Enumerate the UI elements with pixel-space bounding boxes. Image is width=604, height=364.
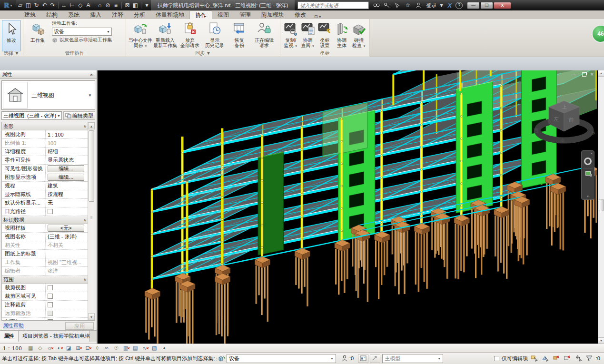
coordinate-settings-button[interactable]: 坐标设置: [317, 20, 334, 49]
visual-style-icon[interactable]: ◇: [36, 344, 44, 352]
property-value[interactable]: [46, 250, 88, 258]
viewcube-front-label[interactable]: 前: [568, 117, 574, 123]
sign-in-dropdown-icon[interactable]: ▾: [440, 0, 443, 10]
ribbon-tab-管理[interactable]: 管理: [234, 10, 256, 19]
select-by-face-toggle-icon[interactable]: [563, 354, 572, 362]
property-value[interactable]: 无: [46, 199, 88, 207]
property-value[interactable]: 不相关: [46, 241, 88, 249]
property-value[interactable]: 建筑: [46, 182, 88, 190]
property-value[interactable]: 视图 "三维视...: [46, 258, 88, 266]
property-value[interactable]: {三维 - 张洋}: [46, 233, 88, 241]
gray-inactive-worksets-toggle[interactable]: 以灰色显示非活动工作集: [52, 37, 112, 43]
ribbon-tab-插入[interactable]: 插入: [85, 10, 107, 19]
temporary-hide-isolate-icon[interactable]: ∞: [103, 344, 111, 352]
drag-elements-toggle-icon[interactable]: [574, 354, 583, 362]
selection-filter-icon[interactable]: [585, 354, 594, 362]
shadows-icon[interactable]: ◐: [55, 344, 63, 352]
property-checkbox[interactable]: [48, 294, 53, 299]
modify-button[interactable]: 修改: [2, 20, 21, 51]
switch-windows-icon[interactable]: ◧: [131, 0, 139, 10]
property-edit-button[interactable]: 编辑...: [48, 165, 84, 172]
restore-button[interactable]: ❏: [480, 2, 493, 9]
scroll-up-icon[interactable]: ▲: [598, 70, 604, 77]
properties-palette-header[interactable]: 属性 ×: [0, 70, 97, 79]
reveal-hidden-elements-icon[interactable]: ☉: [112, 344, 120, 352]
ribbon-tab-建筑[interactable]: 建筑: [19, 10, 41, 19]
crop-region-visibility-icon[interactable]: ⊡: [84, 344, 92, 352]
property-checkbox[interactable]: [48, 302, 53, 307]
copy-monitor-button[interactable]: 复制/监视 ▼: [282, 20, 299, 49]
minimize-button[interactable]: —: [467, 2, 480, 9]
ribbon-tab-系统[interactable]: 系统: [63, 10, 85, 19]
displacement-sets-icon[interactable]: ▧: [150, 344, 158, 352]
property-value[interactable]: 100: [46, 139, 88, 147]
property-value[interactable]: 张洋: [46, 267, 88, 275]
viewcube-west-label[interactable]: 西: [534, 128, 538, 133]
navigation-bar[interactable]: × ▾: [581, 150, 594, 200]
temporary-view-properties-icon[interactable]: ▤: [131, 344, 139, 352]
show-history-button[interactable]: 显示历史记录: [202, 20, 227, 49]
scrollbar-thumb[interactable]: [89, 130, 94, 202]
user-icon[interactable]: [415, 2, 422, 9]
ribbon-tab-注释[interactable]: 注释: [107, 10, 129, 19]
scrollbar-grip[interactable]: ≡: [89, 215, 94, 220]
ribbon-tab-分析[interactable]: 分析: [129, 10, 150, 19]
property-section-标识数据[interactable]: 标识数据∧: [2, 216, 88, 224]
viewcube-top-label[interactable]: 上: [562, 104, 567, 109]
interference-check-button[interactable]: 碰撞检查 ▼: [350, 20, 367, 49]
unlocked-3d-view-icon[interactable]: ◊: [93, 344, 101, 352]
editing-requests-icon[interactable]: [340, 354, 349, 363]
coordination-review-button[interactable]: 协调查阅 ▼: [299, 20, 317, 49]
viewcube-left-label[interactable]: 左: [554, 116, 559, 122]
select-links-toggle-icon[interactable]: [530, 354, 539, 362]
thin-lines-icon[interactable]: ≡: [112, 0, 120, 10]
subscription-key-icon[interactable]: [383, 2, 390, 9]
measure-icon[interactable]: ↔: [60, 0, 68, 10]
type-selector[interactable]: 三维视图 ▼: [1, 80, 95, 110]
worksets-button[interactable]: 工作集: [25, 20, 50, 49]
crop-view-icon[interactable]: ⊞: [74, 344, 82, 352]
ribbon-tab-修改[interactable]: 修改: [289, 10, 311, 19]
select-panel-label[interactable]: 选择 ▼: [0, 50, 23, 57]
property-section-图形[interactable]: 图形∧: [2, 122, 88, 130]
ribbon-tab-体量和场地[interactable]: 体量和场地: [150, 10, 189, 19]
close-button[interactable]: X: [494, 2, 511, 9]
view-restore-icon[interactable]: [582, 72, 586, 77]
active-workset-status-combobox[interactable]: 设备▼: [227, 354, 336, 363]
canvas-vertical-scrollbar[interactable]: ▲ ▼: [598, 70, 604, 344]
viewcube-south-label[interactable]: 南: [560, 138, 565, 143]
ribbon-tab-结构[interactable]: 结构: [41, 10, 63, 19]
sign-in-label[interactable]: 登录: [426, 2, 436, 9]
property-checkbox[interactable]: [48, 311, 53, 316]
scroll-down-icon[interactable]: ▼: [598, 337, 604, 344]
select-pinned-toggle-icon[interactable]: [552, 354, 561, 362]
customize-qat-icon[interactable]: ▾: [143, 0, 151, 10]
detail-level-icon[interactable]: ▦: [27, 344, 35, 352]
property-value[interactable]: 按规程: [46, 190, 88, 198]
rendering-dialog-icon[interactable]: ◪: [65, 344, 73, 352]
drawing-area[interactable]: — × 西 南 东 上 左 前 × ▾: [98, 70, 604, 344]
redo-icon[interactable]: ↷: [49, 0, 57, 10]
exchange-apps-icon[interactable]: X: [447, 2, 452, 9]
pan-zoom-icon[interactable]: [585, 171, 591, 176]
close-hidden-windows-icon[interactable]: ⊠: [123, 0, 131, 10]
property-checkbox[interactable]: [48, 319, 53, 321]
property-edit-button[interactable]: 编辑...: [48, 174, 84, 181]
section-icon[interactable]: ⊘: [104, 0, 112, 10]
help-icon[interactable]: ?: [455, 2, 463, 9]
save-icon[interactable]: ◫: [24, 0, 32, 10]
properties-help-link[interactable]: 属性帮助: [3, 322, 24, 329]
type-selector-dropdown-icon[interactable]: ▼: [88, 93, 95, 98]
instance-selector-combobox[interactable]: 三维视图: (三维 - 张洋)▼: [1, 111, 62, 120]
property-section-范围[interactable]: 范围∧: [2, 275, 88, 284]
ribbon-tab-附加模块[interactable]: 附加模块: [256, 10, 289, 19]
analytical-model-icon[interactable]: ∿: [141, 344, 149, 352]
panel-display-toggle-icon[interactable]: ⊡ ▾: [314, 14, 321, 19]
active-workset-combobox[interactable]: 设备▼: [52, 28, 112, 36]
navbar-close-icon[interactable]: ×: [590, 151, 593, 156]
synchronize-panel-label[interactable]: 同步 ▼: [126, 50, 280, 57]
property-value[interactable]: 1 : 100: [46, 130, 88, 138]
tab-project-browser[interactable]: 项目浏览器 - 技师学院机电培训...: [19, 331, 90, 342]
text-icon[interactable]: A: [84, 0, 92, 10]
view-minimize-icon[interactable]: —: [573, 71, 578, 77]
